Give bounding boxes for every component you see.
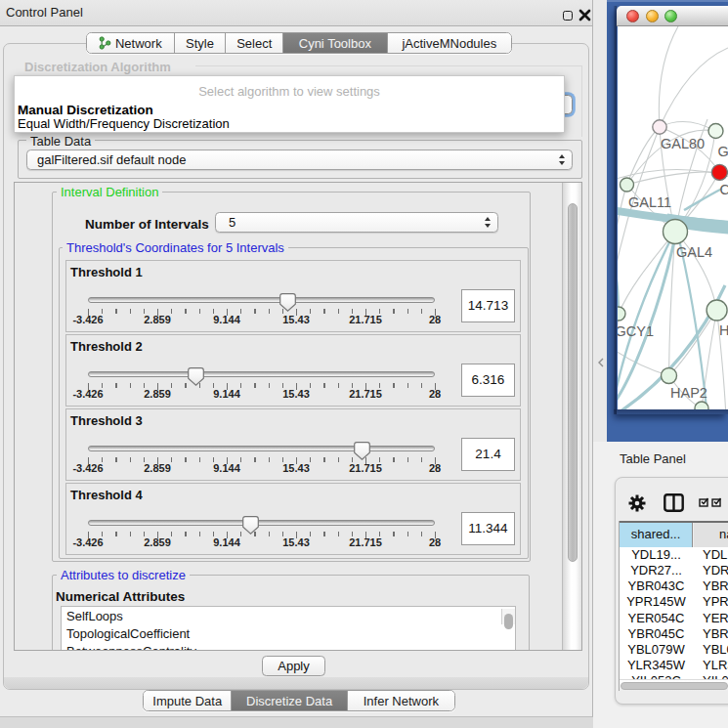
svg-text:CDC1: CDC1 <box>720 182 728 197</box>
svg-text:GAL80: GAL80 <box>661 136 705 151</box>
svg-text:HA: HA <box>719 322 728 338</box>
svg-text:GCY1: GCY1 <box>618 323 654 339</box>
svg-text:HAP2: HAP2 <box>670 385 707 401</box>
svg-text:GAL11: GAL11 <box>628 194 671 210</box>
svg-text:GAL4: GAL4 <box>718 144 728 159</box>
svg-text:GAL4: GAL4 <box>676 244 712 260</box>
